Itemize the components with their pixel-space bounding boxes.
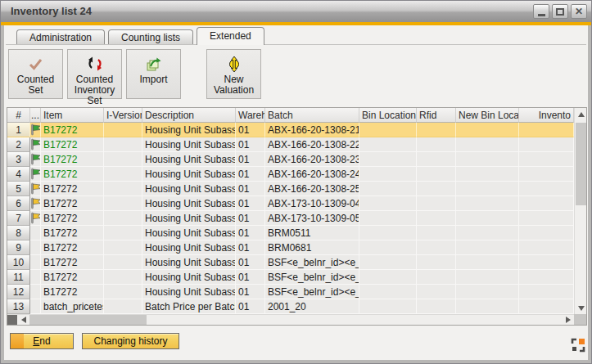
minimize-button[interactable] [533,4,549,19]
cell-bin_location[interactable] [359,152,417,167]
cell-batch[interactable]: ABX-166-20-1308-21 [265,123,359,137]
cell-item[interactable]: B17272 [41,270,104,285]
row-number[interactable]: 8 [7,226,30,240]
scroll-left-button[interactable] [17,315,29,325]
cell-inventory[interactable] [519,182,574,196]
cell-bin_location[interactable] [359,226,417,240]
changing-history-button[interactable]: Changing history [82,333,179,349]
cell-rfid[interactable] [417,255,456,270]
cell-warehouse[interactable]: 01 [236,167,265,182]
green-flag-icon[interactable] [30,167,41,182]
cell-new_bin_location[interactable] [456,137,519,152]
cell-warehouse[interactable]: 01 [236,152,265,167]
scroll-down-button[interactable] [575,302,587,314]
cell-item[interactable]: batch_pricetest [41,299,104,314]
cell-rfid[interactable] [417,123,456,137]
column-header-inventory[interactable]: Invento [519,108,574,123]
cell-new_bin_location[interactable] [456,226,519,240]
cell-inventory[interactable] [519,137,574,152]
cell-warehouse[interactable]: 01 [236,285,265,299]
cell-inventory[interactable] [519,123,574,137]
cell-batch[interactable]: BRM0681 [265,240,359,255]
cell-rfid[interactable] [417,270,456,285]
cell-iversion[interactable] [104,240,142,255]
cell-bin_location[interactable] [359,211,417,226]
cell-bin_location[interactable] [359,137,417,152]
column-header-item[interactable]: Item [41,108,104,123]
row-number[interactable]: 5 [7,182,30,196]
row-number[interactable]: 4 [7,167,30,182]
cell-new_bin_location[interactable] [456,152,519,167]
cell-bin_location[interactable] [359,196,417,211]
cell-batch[interactable]: BRM0511 [265,226,359,240]
green-flag-icon[interactable] [30,152,41,167]
column-header-flag[interactable]: ... [30,108,41,123]
cell-description[interactable]: Housing Unit Subassembl [142,167,236,182]
cell-batch[interactable]: BSF<e_belnr_id><e_b [265,270,359,285]
cell-warehouse[interactable]: 01 [236,255,265,270]
cell-inventory[interactable] [519,270,574,285]
cell-item[interactable]: B17272 [41,182,104,196]
cell-batch[interactable]: BSF<e_belnr_id><e_b [265,285,359,299]
cell-inventory[interactable] [519,285,574,299]
cell-iversion[interactable] [104,270,142,285]
cell-inventory[interactable] [519,167,574,182]
cell-description[interactable]: Housing Unit Subassembl [142,182,236,196]
cell-bin_location[interactable] [359,270,417,285]
vertical-scroll-thumb[interactable] [576,123,586,205]
cell-description[interactable]: Housing Unit Subassembl [142,226,236,240]
cell-new_bin_location[interactable] [456,182,519,196]
cell-bin_location[interactable] [359,240,417,255]
cell-rfid[interactable] [417,196,456,211]
cell-inventory[interactable] [519,196,574,211]
cell-rfid[interactable] [417,167,456,182]
cell-description[interactable]: Housing Unit Subassembl [142,270,236,285]
cell-warehouse[interactable]: 01 [236,137,265,152]
cell-description[interactable]: Housing Unit Subassembl [142,255,236,270]
cell-new_bin_location[interactable] [456,196,519,211]
cell-iversion[interactable] [104,137,142,152]
cell-rfid[interactable] [417,137,456,152]
cell-rfid[interactable] [417,240,456,255]
cell-item[interactable]: B17272 [41,240,104,255]
row-number[interactable]: 1 [7,123,30,137]
cell-bin_location[interactable] [359,182,417,196]
cell-item[interactable]: B17272 [41,137,104,152]
column-header-iversion[interactable]: I-Version [104,108,142,123]
cell-rfid[interactable] [417,152,456,167]
cell-description[interactable]: Housing Unit Subassembl [142,285,236,299]
yellow-flag-icon[interactable] [30,182,41,196]
cell-new_bin_location[interactable] [456,270,519,285]
cell-batch[interactable]: 2001_20 [265,299,359,314]
cell-batch[interactable]: ABX-166-20-1308-22 [265,137,359,152]
cell-item[interactable]: B17272 [41,167,104,182]
scroll-up-button[interactable] [575,108,587,120]
cell-bin_location[interactable] [359,255,417,270]
horizontal-scrollbar[interactable] [7,314,574,325]
cell-iversion[interactable] [104,182,142,196]
green-flag-icon[interactable] [30,137,41,152]
cell-iversion[interactable] [104,196,142,211]
cell-new_bin_location[interactable] [456,240,519,255]
cell-warehouse[interactable]: 01 [236,240,265,255]
cell-rfid[interactable] [417,285,456,299]
counted-inventory-set-button[interactable]: Counted Inventory Set [67,49,122,99]
end-button[interactable]: End [10,333,74,349]
column-header-description[interactable]: Description [142,108,236,123]
cell-iversion[interactable] [104,211,142,226]
cell-description[interactable]: Housing Unit Subassembl [142,196,236,211]
row-number[interactable]: 13 [7,299,30,314]
cell-rfid[interactable] [417,299,456,314]
cell-description[interactable]: Housing Unit Subassembl [142,137,236,152]
cell-iversion[interactable] [104,299,142,314]
cell-inventory[interactable] [519,255,574,270]
cell-inventory[interactable] [519,152,574,167]
yellow-flag-icon[interactable] [30,211,41,226]
cell-batch[interactable]: ABX-166-20-1308-24 [265,167,359,182]
close-button[interactable]: ✕ [571,4,587,19]
cell-batch[interactable]: ABX-173-10-1309-05 [265,211,359,226]
cell-iversion[interactable] [104,167,142,182]
maximize-button[interactable] [552,4,568,19]
row-number[interactable]: 11 [7,270,30,285]
cell-iversion[interactable] [104,285,142,299]
